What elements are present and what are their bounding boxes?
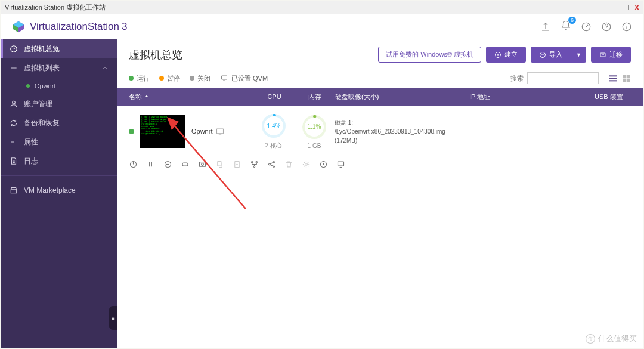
status-qvm: 已设置 QVM xyxy=(220,74,268,83)
try-windows-button[interactable]: 试用免费的 Windows® 虚拟机 xyxy=(378,47,481,63)
sidebar-subitem-label: Opwnrt xyxy=(35,82,55,89)
import-button-label: 导入 xyxy=(549,50,562,59)
sidebar-collapse-button[interactable]: ≡ xyxy=(109,306,117,330)
snapshot-icon[interactable] xyxy=(198,160,207,169)
cpu-value: 1.4% xyxy=(261,113,287,139)
help-icon[interactable] xyxy=(601,21,612,32)
window-close-button[interactable]: X xyxy=(634,4,639,12)
store-icon xyxy=(10,186,18,194)
window-maximize-button[interactable]: ☐ xyxy=(623,4,630,12)
svg-point-28 xyxy=(202,163,204,166)
sidebar-item-properties[interactable]: 属性 xyxy=(1,132,117,152)
th-disk[interactable]: 硬盘映像(大小) xyxy=(335,92,469,101)
status-paused: 暂停 xyxy=(159,74,180,83)
svg-rect-29 xyxy=(218,162,221,166)
status-dot-icon xyxy=(26,84,30,88)
import-icon xyxy=(539,51,546,58)
migrate-button[interactable]: 迁移 xyxy=(591,47,631,63)
cpu-gauge: 1.4% xyxy=(261,113,287,139)
svg-rect-11 xyxy=(222,76,227,79)
sidebar-item-overview[interactable]: 虚拟机总览 xyxy=(1,39,117,58)
svg-rect-19 xyxy=(217,129,224,134)
vm-name: Opwnrt xyxy=(191,128,212,135)
create-button-label: 建立 xyxy=(504,50,518,59)
table-row[interactable]: [ OK ] Started OpenWrt [ OK ] Reached ta… xyxy=(117,106,643,155)
notification-badge: 6 xyxy=(568,17,576,24)
vm-toolbar xyxy=(117,155,643,174)
th-mem[interactable]: 内存 xyxy=(295,92,335,101)
sliders-icon xyxy=(10,138,18,146)
monitor-icon xyxy=(220,75,228,82)
grid-view-icon[interactable] xyxy=(621,73,631,83)
svg-text:值: 值 xyxy=(588,336,593,342)
sidebar-item-vmlist[interactable]: 虚拟机列表 xyxy=(1,58,117,78)
svg-rect-13 xyxy=(609,78,617,79)
svg-point-33 xyxy=(253,166,255,168)
mem-gauge: 1.1% xyxy=(301,114,327,140)
svg-point-31 xyxy=(252,162,253,163)
th-cpu[interactable]: CPU xyxy=(254,93,295,100)
svg-point-36 xyxy=(273,166,275,168)
delete-icon[interactable] xyxy=(284,160,293,169)
plus-circle-icon xyxy=(494,51,501,58)
watermark-icon: 值 xyxy=(585,333,596,344)
import-dropdown-button[interactable]: ▼ xyxy=(571,47,586,63)
th-ip[interactable]: IP 地址 xyxy=(469,92,595,101)
disk-info: 磁盘 1: /Lyc/Openwrt-x86_20230913_104308.i… xyxy=(335,118,469,145)
window-minimize-button[interactable]: — xyxy=(611,4,618,12)
file-icon xyxy=(10,157,18,165)
sidebar-item-logs[interactable]: 日志 xyxy=(1,152,117,171)
migrate-button-label: 迁移 xyxy=(609,50,623,59)
window-titlebar: Virtualization Station 虚拟化工作站 — ☐ X xyxy=(1,1,643,14)
svg-rect-15 xyxy=(623,75,626,78)
th-usb[interactable]: USB 装置 xyxy=(595,92,631,101)
cpu-label: 2 核心 xyxy=(265,141,282,150)
svg-rect-18 xyxy=(627,79,630,82)
sidebar-item-label: 备份和恢复 xyxy=(24,118,60,128)
upload-icon[interactable] xyxy=(540,21,551,32)
sidebar-subitem-vm[interactable]: Opwnrt xyxy=(1,78,117,94)
svg-point-32 xyxy=(256,162,258,163)
page-title: 虚拟机总览 xyxy=(129,48,182,62)
svg-point-7 xyxy=(13,101,16,104)
svg-rect-12 xyxy=(609,75,617,76)
table-header: 名称 CPU 内存 硬盘映像(大小) IP 地址 USB 装置 xyxy=(117,88,643,106)
history-icon[interactable] xyxy=(319,160,328,169)
svg-rect-27 xyxy=(200,162,206,167)
network-icon[interactable] xyxy=(250,160,259,169)
import-button[interactable]: 导入 xyxy=(531,47,571,63)
info-icon[interactable] xyxy=(621,21,632,32)
create-button[interactable]: 建立 xyxy=(486,47,526,63)
svg-point-37 xyxy=(305,163,308,166)
power-icon[interactable] xyxy=(129,160,138,169)
status-stopped: 关闭 xyxy=(190,74,210,83)
status-running: 运行 xyxy=(129,74,150,83)
list-icon xyxy=(10,64,18,72)
chevron-up-icon xyxy=(101,64,109,72)
sidebar-item-accounts[interactable]: 账户管理 xyxy=(1,94,117,113)
th-name[interactable]: 名称 xyxy=(129,92,142,101)
dashboard-icon[interactable] xyxy=(581,21,592,32)
app-header: VirtualizationStation3 6 xyxy=(1,14,643,39)
sidebar-item-backup[interactable]: 备份和恢复 xyxy=(1,113,117,132)
share-icon[interactable] xyxy=(267,160,276,169)
search-label: 搜索 xyxy=(510,74,524,83)
display-icon[interactable] xyxy=(336,160,345,169)
refresh-icon xyxy=(10,119,18,127)
sidebar-item-label: VM Marketplace xyxy=(24,186,76,194)
list-view-icon[interactable] xyxy=(608,73,618,83)
main-content: 虚拟机总览 试用免费的 Windows® 虚拟机 建立 导入 ▼ xyxy=(117,39,643,348)
settings-icon[interactable] xyxy=(302,160,311,169)
search-input[interactable] xyxy=(527,72,599,84)
info-icon[interactable] xyxy=(181,160,190,169)
sidebar-item-label: 日志 xyxy=(24,156,38,166)
qvm-badge-icon xyxy=(216,128,224,135)
console-icon[interactable] xyxy=(163,160,172,169)
vm-thumbnail[interactable]: [ OK ] Started OpenWrt [ OK ] Reached ta… xyxy=(140,115,185,148)
svg-rect-16 xyxy=(627,75,630,78)
gauge-icon xyxy=(10,45,18,53)
clone-icon[interactable] xyxy=(215,160,224,169)
pause-icon[interactable] xyxy=(146,160,155,169)
sidebar-item-marketplace[interactable]: VM Marketplace xyxy=(1,181,117,200)
export-icon[interactable] xyxy=(233,160,242,169)
